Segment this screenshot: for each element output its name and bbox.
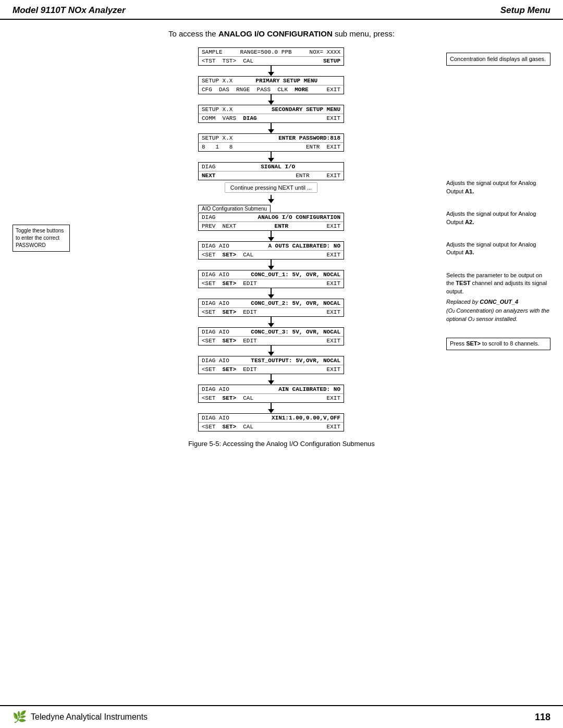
screen-password: SETUP X.X ENTER PASSWORD:818 8 1 8 ENTR … [198,133,344,152]
screen-a-outs: DIAG AIO A OUTS CALIBRATED: NO <SET SET>… [198,241,344,260]
diagram-area: Toggle these buttons to enter the correc… [13,47,550,431]
screen-sample: SAMPLE RANGE=500.0 PPB NOX= XXXX <TST TS… [198,47,344,66]
arrow-2 [268,94,274,105]
screen-conc-out3: DIAG AIO CONC_OUT_3: 5V, OVR, NOCAL <SET… [198,327,344,346]
center-flow: SAMPLE RANGE=500.0 PPB NOX= XXXX <TST TS… [96,47,446,431]
screen-aio-config: AIO Configuration Submenu DIAG ANALOG I/… [198,203,344,231]
annotation-a3: Adjusts the signal output for Analog Out… [446,241,550,257]
arrow-8 [268,288,274,299]
annotation-replaced: Replaced by CONC_OUT_4 [446,298,550,306]
annotation-test: Selects the parameter to be output on th… [446,272,550,295]
screen-diag-signal: DIAG SIGNAL I/O NEXT ENTR EXIT [198,162,344,180]
arrow-12 [268,403,274,413]
intro-bold: ANALOG I/O CONFIGURATION [218,29,333,38]
intro-text: To access the ANALOG I/O CONFIGURATION s… [13,29,550,38]
screen1-row2: <TST TST> CAL SETUP [199,57,344,65]
right-annotations: Concentration field displays all gases. … [446,47,550,431]
page-footer: 🌿 Teledyne Analytical Instruments 118 [0,705,563,728]
annotation-a2: Adjusts the signal output for Analog Out… [446,210,550,226]
page-number: 118 [535,712,550,723]
arrow-6 [268,231,274,241]
logo-icon: 🌿 [13,710,27,724]
screen-test-output: DIAG AIO TEST_OUTPUT: 5V,OVR, NOCAL <SET… [198,356,344,374]
footer-logo: 🌿 Teledyne Analytical Instruments [13,710,148,724]
screen-conc-out1: DIAG AIO CONC_OUT_1: 5V, OVR, NOCAL <SET… [198,270,344,288]
arrow-3 [268,123,274,133]
annotation-a1: Adjusts the signal output for Analog Out… [446,179,550,195]
aio-tag: AIO Configuration Submenu [198,205,271,212]
header-left: Model 9110T NOx Analyzer [13,5,126,16]
intro-after: sub menu, press: [333,29,395,38]
arrow-11 [268,374,274,385]
header-right: Setup Menu [500,5,550,16]
screen-primary-menu: SETUP X.X PRIMARY SETUP MENU CFG DAS RNG… [198,76,344,94]
screen-box-1: SAMPLE RANGE=500.0 PPB NOX= XXXX <TST TS… [198,47,344,66]
footer-logo-text: Teledyne Analytical Instruments [31,712,148,722]
screen1-row1: SAMPLE RANGE=500.0 PPB NOX= XXXX [199,48,344,57]
arrow-1 [268,66,274,76]
left-annotations: Toggle these buttons to enter the correc… [13,47,96,431]
continue-pressing-area: Continue pressing NEXT until ... [225,182,317,193]
page-header: Model 9110T NOx Analyzer Setup Menu [0,0,563,20]
screen-ain-cal: DIAG AIO AIN CALIBRATED: NO <SET SET> CA… [198,385,344,403]
page-content: To access the ANALOG I/O CONFIGURATION s… [0,20,563,484]
continue-pressing-box: Continue pressing NEXT until ... [225,182,317,193]
arrow-7 [268,260,274,270]
arrow-4 [268,152,274,162]
toggle-annotation: Toggle these buttons to enter the correc… [13,225,70,252]
screen-secondary-menu: SETUP X.X SECONDARY SETUP MENU COMM VARS… [198,105,344,123]
annotation-o2: (O₂ Concentration) on analyzers with the… [446,307,550,323]
screen-xin1: DIAG AIO XIN1:1.00,0.00,V,OFF <SET SET> … [198,413,344,431]
arrow-9 [268,317,274,327]
figure-caption: Figure 5-5: Accessing the Analog I/O Con… [13,440,550,448]
annotation-concentration: Concentration field displays all gases. [446,53,550,66]
screen-conc-out2: DIAG AIO CONC_OUT_2: 5V, OVR, NOCAL <SET… [198,299,344,317]
arrow-5 [268,195,274,203]
annotation-xin1: Press SET> to scroll to 8 channels. [446,338,550,350]
arrow-10 [268,346,274,356]
intro-before: To access the [168,29,218,38]
